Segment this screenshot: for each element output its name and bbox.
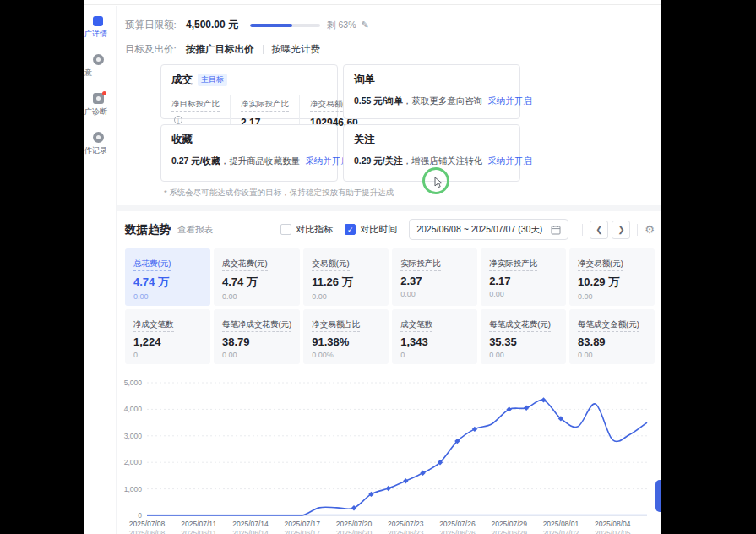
tab-bid-by-goal[interactable]: 按推广目标出价 bbox=[186, 43, 254, 56]
info-icon[interactable]: i bbox=[174, 116, 182, 124]
next-period-button[interactable]: ❯ bbox=[612, 221, 630, 239]
metric-label: 净交易额占比 bbox=[312, 319, 360, 332]
app-window: 推广详情创意推广诊断操作记录 预算日限额: 4,500.00 元 剩 63% ✎… bbox=[84, 0, 661, 534]
red-badge-dot bbox=[102, 91, 106, 95]
tab-divider bbox=[263, 45, 264, 54]
metric-cell-6[interactable]: 净交易额(元)10.29 万0.00 bbox=[569, 248, 655, 306]
trend-header: 数据趋势 查看报表 对比指标 ✓ 对比时间 2025/06/08 ~ 2025/… bbox=[125, 219, 655, 240]
compare-metric-checkbox[interactable]: 对比指标 bbox=[280, 223, 333, 236]
goal-cards-grid: 成交 主目标 净目标投产比i 2.45 ✎ 净实际投产比 2.17 bbox=[160, 64, 520, 182]
metric-value: 38.79 bbox=[222, 335, 291, 348]
metric-cell-12[interactable]: 每笔成交金额(元)83.890.00 bbox=[569, 309, 655, 364]
sidebar-item-4[interactable]: 操作记录 bbox=[84, 132, 116, 156]
svg-text:4,000: 4,000 bbox=[124, 405, 143, 413]
svg-text:2025/07/23: 2025/07/23 bbox=[388, 520, 424, 528]
svg-text:2025/06/23: 2025/06/23 bbox=[388, 529, 424, 534]
metric-compare-value: 0.00 bbox=[222, 292, 291, 301]
inquiry-card-title: 询单 bbox=[354, 73, 375, 87]
idea-icon bbox=[93, 54, 104, 65]
prev-period-button[interactable]: ❮ bbox=[590, 221, 608, 239]
metric-label: 净交易额(元) bbox=[578, 259, 623, 271]
main-panel: 预算日限额: 4,500.00 元 剩 63% ✎ 目标及出价: 按推广目标出价… bbox=[117, 6, 661, 534]
metric-label: 每笔净成交花费(元) bbox=[222, 319, 291, 332]
deal-card-title: 成交 bbox=[171, 73, 193, 87]
budget-progress-bar bbox=[250, 24, 320, 27]
metric-compare-value: 0.00 bbox=[489, 290, 557, 298]
metric-value: 4.74 万 bbox=[222, 275, 291, 290]
sidebar-item-label: 推广详情 bbox=[84, 29, 116, 40]
metric-cell-3[interactable]: 交易额(元)11.26 万0.00 bbox=[303, 248, 389, 306]
sidebar-item-label: 推广诊断 bbox=[84, 106, 116, 117]
mouse-cursor-icon bbox=[434, 177, 443, 188]
goal-card-inquiry: 询单 0.55 元/询单，获取更多意向咨询采纳并开启 bbox=[343, 64, 520, 119]
primary-goal-badge: 主目标 bbox=[198, 74, 227, 86]
metric-value: 83.89 bbox=[578, 335, 646, 348]
follow-card-title: 关注 bbox=[354, 133, 375, 147]
view-report-link[interactable]: 查看报表 bbox=[177, 224, 213, 236]
goal-bid-row: 目标及出价: 按推广目标出价 按曝光计费 bbox=[125, 43, 655, 56]
metric-compare-value: 0 bbox=[133, 351, 202, 359]
svg-text:2025/06/08: 2025/06/08 bbox=[129, 529, 166, 534]
budget-edit-icon[interactable]: ✎ bbox=[361, 19, 368, 30]
svg-text:2025/08/04: 2025/08/04 bbox=[595, 520, 631, 528]
metric-compare-value: 0.00 bbox=[489, 351, 557, 359]
goal-bid-label: 目标及出价: bbox=[125, 43, 186, 56]
inquiry-adopt-link[interactable]: 采纳并开启 bbox=[487, 95, 532, 106]
metric-cell-5[interactable]: 净实际投产比2.170.00 bbox=[481, 248, 566, 306]
click-indicator-ring bbox=[422, 167, 449, 194]
sidebar-item-label: 操作记录 bbox=[84, 145, 116, 156]
svg-text:2025/07/20: 2025/07/20 bbox=[336, 520, 373, 528]
metric-cell-10[interactable]: 成交笔数1,3430 bbox=[392, 309, 477, 364]
trend-title: 数据趋势 bbox=[125, 222, 171, 237]
controls-divider-2 bbox=[637, 224, 638, 236]
sidebar-item-3[interactable]: 推广诊断 bbox=[84, 93, 116, 117]
metric-value: 1,224 bbox=[133, 335, 202, 348]
metric-value: 1,343 bbox=[400, 335, 469, 348]
metric-value: 2.37 bbox=[400, 275, 469, 287]
tab-bid-by-impression[interactable]: 按曝光计费 bbox=[272, 43, 321, 56]
svg-text:2025/06/11: 2025/06/11 bbox=[181, 529, 216, 534]
metric-label: 总花费(元) bbox=[133, 259, 171, 271]
svg-text:2025/06/26: 2025/06/26 bbox=[439, 529, 476, 534]
controls-divider bbox=[582, 224, 583, 236]
metric-cell-2[interactable]: 成交花费(元)4.74 万0.00 bbox=[214, 248, 300, 306]
svg-text:2025/06/17: 2025/06/17 bbox=[284, 529, 320, 534]
trend-chart: 01,0002,0003,0004,0005,0002025/07/082025… bbox=[120, 376, 655, 534]
budget-remaining: 剩 63% bbox=[327, 19, 356, 31]
metric-label: 净成交笔数 bbox=[133, 319, 174, 332]
diagnose-icon bbox=[93, 93, 104, 104]
settings-gear-icon[interactable]: ⚙ bbox=[645, 223, 655, 236]
metric-cell-7[interactable]: 净成交笔数1,2240 bbox=[125, 309, 210, 364]
screenshot-stage: 推广详情创意推广诊断操作记录 预算日限额: 4,500.00 元 剩 63% ✎… bbox=[0, 0, 756, 534]
floating-side-button[interactable] bbox=[655, 480, 661, 512]
svg-text:3,000: 3,000 bbox=[124, 432, 143, 440]
compare-time-checkbox[interactable]: ✓ 对比时间 bbox=[345, 223, 397, 236]
metric-cell-11[interactable]: 每笔成交花费(元)35.350.00 bbox=[481, 309, 566, 364]
metric-cell-1[interactable]: 总花费(元)4.74 万0.00 bbox=[125, 248, 210, 306]
history-icon bbox=[93, 132, 104, 143]
metric-compare-value: 0.00 bbox=[400, 290, 469, 298]
metric-compare-value: 0.00 bbox=[578, 292, 646, 301]
metric-value: 11.26 万 bbox=[312, 275, 380, 290]
metric-label: 成交花费(元) bbox=[222, 259, 268, 271]
trend-metrics-grid: 总花费(元)4.74 万0.00成交花费(元)4.74 万0.00交易额(元)1… bbox=[125, 248, 655, 364]
sidebar-item-1[interactable]: 推广详情 bbox=[84, 16, 116, 40]
detail-icon bbox=[93, 16, 103, 26]
sidebar-item-2[interactable]: 创意 bbox=[84, 54, 116, 79]
metric-label: 每笔成交金额(元) bbox=[578, 319, 639, 332]
calendar-icon bbox=[551, 225, 561, 235]
svg-text:2025/07/26: 2025/07/26 bbox=[439, 520, 476, 528]
svg-text:2025/07/29: 2025/07/29 bbox=[491, 520, 527, 528]
metric-value: 35.35 bbox=[489, 335, 557, 348]
date-range-input[interactable]: 2025/06/08 ~ 2025/07/07 (30天) bbox=[409, 219, 568, 240]
budget-label: 预算日限额: bbox=[125, 19, 186, 31]
metric-label: 每笔成交花费(元) bbox=[489, 319, 551, 332]
metric-label: 成交笔数 bbox=[400, 319, 432, 332]
follow-adopt-link[interactable]: 采纳并开启 bbox=[487, 155, 532, 166]
budget-row: 预算日限额: 4,500.00 元 剩 63% ✎ bbox=[125, 18, 655, 32]
goal-card-favorite: 收藏 0.27 元/收藏，提升商品收藏数量采纳并开启 bbox=[160, 124, 338, 182]
svg-text:2025/07/05: 2025/07/05 bbox=[595, 529, 631, 534]
metric-cell-4[interactable]: 实际投产比2.370.00 bbox=[392, 248, 477, 306]
metric-cell-9[interactable]: 净交易额占比91.38%0.00% bbox=[303, 309, 389, 364]
metric-cell-8[interactable]: 每笔净成交花费(元)38.790.00 bbox=[214, 309, 300, 364]
